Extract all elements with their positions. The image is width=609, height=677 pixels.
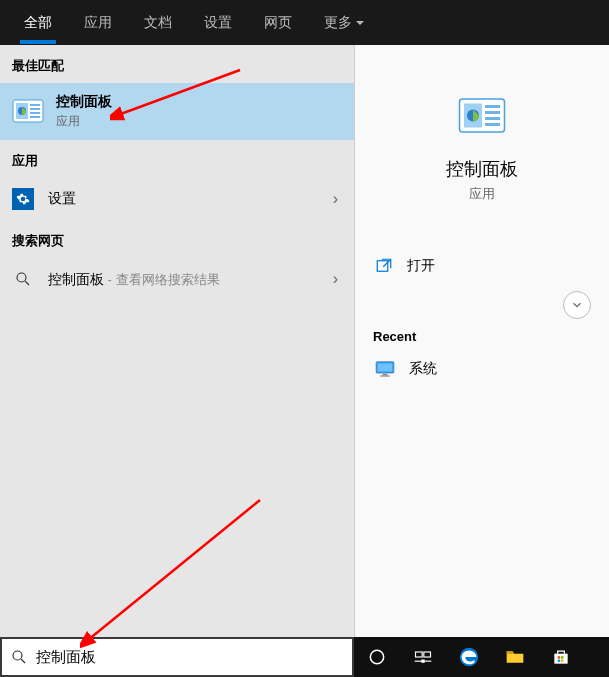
recent-item-system[interactable]: 系统 xyxy=(373,354,591,384)
search-input[interactable] xyxy=(36,649,344,666)
app-result-settings[interactable]: 设置 › xyxy=(0,178,354,220)
svg-rect-19 xyxy=(383,374,388,376)
svg-rect-12 xyxy=(485,105,500,108)
control-panel-icon xyxy=(12,96,44,128)
svg-rect-29 xyxy=(558,656,561,659)
chevron-down-icon xyxy=(356,21,364,29)
best-match-header: 最佳匹配 xyxy=(0,45,354,83)
tab-web[interactable]: 网页 xyxy=(248,3,308,42)
tab-apps[interactable]: 应用 xyxy=(68,3,128,42)
chevron-right-icon: › xyxy=(333,270,338,288)
svg-rect-4 xyxy=(30,108,40,110)
task-view-button[interactable] xyxy=(400,637,446,677)
svg-rect-13 xyxy=(485,111,500,114)
cortana-icon xyxy=(367,647,387,667)
svg-rect-31 xyxy=(558,660,561,663)
search-icon xyxy=(12,268,34,290)
svg-line-8 xyxy=(25,281,29,285)
result-hint: - 查看网络搜索结果 xyxy=(104,272,220,287)
svg-rect-20 xyxy=(380,375,390,376)
svg-rect-32 xyxy=(561,660,564,663)
svg-rect-27 xyxy=(421,660,424,663)
open-label: 打开 xyxy=(407,257,435,275)
tab-documents[interactable]: 文档 xyxy=(128,3,188,42)
tab-more[interactable]: 更多 xyxy=(308,3,380,42)
tab-label: 文档 xyxy=(144,14,172,30)
tab-label: 应用 xyxy=(84,14,112,30)
web-header: 搜索网页 xyxy=(0,220,354,258)
search-results-panel: 最佳匹配 控制面板 应用 应用 设置 › 搜索网页 xyxy=(0,45,609,637)
svg-line-22 xyxy=(21,659,25,663)
file-explorer-button[interactable] xyxy=(492,637,538,677)
open-icon xyxy=(375,257,393,275)
chevron-down-icon xyxy=(570,298,584,312)
best-match-item[interactable]: 控制面板 应用 xyxy=(0,83,354,140)
svg-rect-25 xyxy=(424,652,431,657)
search-filter-tabs: 全部 应用 文档 设置 网页 更多 xyxy=(0,0,609,45)
expand-button[interactable] xyxy=(563,291,591,319)
tab-label: 设置 xyxy=(204,14,232,30)
svg-rect-16 xyxy=(377,261,388,272)
svg-point-7 xyxy=(17,273,26,282)
tab-label: 网页 xyxy=(264,14,292,30)
web-result-item[interactable]: 控制面板 - 查看网络搜索结果 › xyxy=(0,258,354,300)
svg-rect-24 xyxy=(416,652,423,657)
recent-header: Recent xyxy=(373,329,591,344)
results-list: 最佳匹配 控制面板 应用 应用 设置 › 搜索网页 xyxy=(0,45,354,637)
task-view-icon xyxy=(413,647,433,667)
cortana-button[interactable] xyxy=(354,637,400,677)
svg-rect-14 xyxy=(485,117,500,120)
bottom-bar xyxy=(0,637,609,677)
chevron-right-icon: › xyxy=(333,190,338,208)
open-action[interactable]: 打开 xyxy=(373,251,591,281)
monitor-icon xyxy=(375,361,395,377)
search-box[interactable] xyxy=(0,637,354,677)
apps-header: 应用 xyxy=(0,140,354,178)
control-panel-icon xyxy=(458,93,506,141)
svg-rect-15 xyxy=(485,123,500,126)
store-button[interactable] xyxy=(538,637,584,677)
search-icon xyxy=(10,648,28,666)
result-title: 设置 xyxy=(48,190,76,208)
taskbar xyxy=(354,637,609,677)
edge-button[interactable] xyxy=(446,637,492,677)
svg-rect-18 xyxy=(378,363,392,371)
settings-icon xyxy=(12,188,34,210)
tab-label: 全部 xyxy=(24,14,52,30)
store-icon xyxy=(551,647,571,667)
tab-label: 更多 xyxy=(324,14,352,30)
edge-icon xyxy=(458,646,480,668)
preview-title: 控制面板 xyxy=(373,157,591,181)
result-subtitle: 应用 xyxy=(56,113,112,130)
svg-rect-30 xyxy=(561,656,564,659)
result-text: 控制面板 应用 xyxy=(56,93,112,130)
result-text: 控制面板 - 查看网络搜索结果 xyxy=(48,270,220,289)
result-title: 控制面板 xyxy=(56,93,112,111)
svg-rect-5 xyxy=(30,112,40,114)
tab-all[interactable]: 全部 xyxy=(8,3,68,42)
tab-settings[interactable]: 设置 xyxy=(188,3,248,42)
svg-rect-3 xyxy=(30,104,40,106)
preview-subtitle: 应用 xyxy=(373,185,591,203)
svg-point-23 xyxy=(370,650,383,663)
preview-pane: 控制面板 应用 打开 Recent 系统 xyxy=(354,45,609,637)
svg-rect-6 xyxy=(30,116,40,118)
svg-point-21 xyxy=(13,651,22,660)
folder-icon xyxy=(504,647,526,667)
recent-label: 系统 xyxy=(409,360,437,378)
result-title: 控制面板 xyxy=(48,271,104,287)
